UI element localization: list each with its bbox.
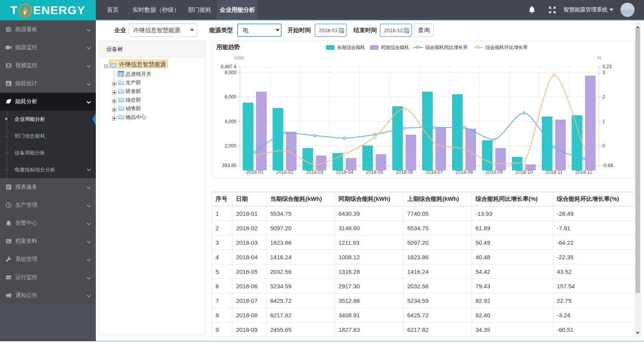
svg-text:8,467.4: 8,467.4 — [221, 64, 236, 69]
svg-text:3: 3 — [602, 70, 605, 75]
svg-text:393.85: 393.85 — [222, 163, 236, 168]
svg-text:2018-01: 2018-01 — [246, 169, 263, 175]
svg-text:2018-08: 2018-08 — [456, 169, 473, 175]
svg-text:2018-05: 2018-05 — [366, 169, 383, 175]
svg-text:kWh: kWh — [234, 55, 244, 61]
svg-text:2018-11: 2018-11 — [545, 169, 562, 175]
svg-text:2018-12: 2018-12 — [575, 169, 593, 175]
svg-text:2018-09: 2018-09 — [485, 169, 503, 175]
svg-text:3.23: 3.23 — [602, 64, 612, 69]
svg-text:2018-06: 2018-06 — [396, 169, 413, 175]
svg-text:0: 0 — [602, 143, 605, 149]
svg-text:2018-10: 2018-10 — [516, 169, 533, 175]
svg-text:2018-04: 2018-04 — [336, 169, 353, 175]
svg-text:-0.68: -0.68 — [602, 163, 613, 168]
svg-text:2: 2 — [602, 94, 605, 100]
svg-text:4,000: 4,000 — [225, 119, 236, 124]
svg-text:2018-07: 2018-07 — [426, 169, 443, 175]
svg-text:2,000: 2,000 — [225, 143, 236, 149]
svg-text:2018-03: 2018-03 — [306, 169, 323, 175]
svg-text:%: % — [597, 55, 602, 61]
svg-text:1: 1 — [602, 119, 605, 124]
svg-text:8,000: 8,000 — [225, 70, 236, 75]
svg-text:2018-02: 2018-02 — [276, 169, 293, 175]
svg-text:6,000: 6,000 — [225, 94, 236, 100]
